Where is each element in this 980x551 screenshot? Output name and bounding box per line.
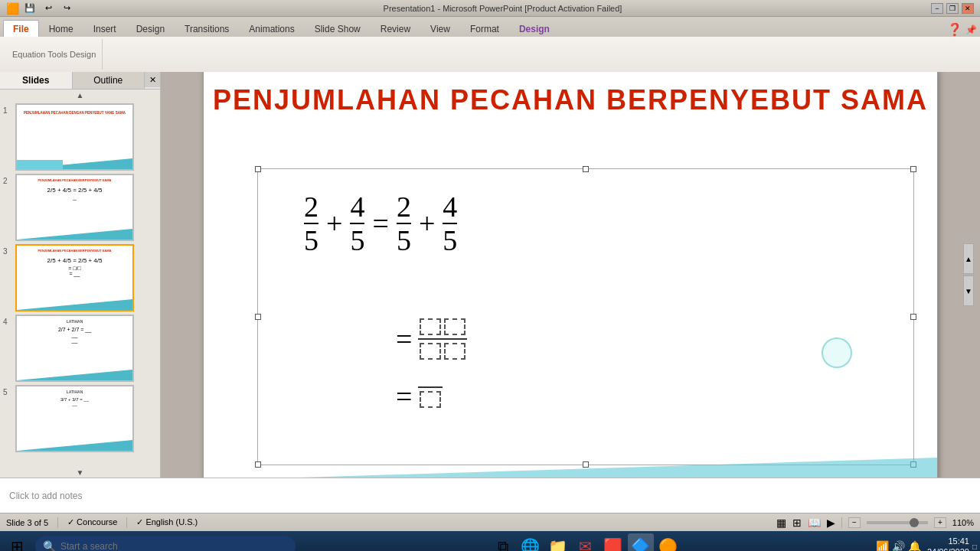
panel-tab-outline[interactable]: Outline	[73, 72, 145, 89]
panel-tab-slides[interactable]: Slides	[0, 72, 73, 89]
slide4-eq: 2/7 + 2/7 = __	[20, 327, 129, 332]
panel-scroll-up[interactable]: ▲	[75, 90, 86, 100]
canvas-area: ▲ ▼ PENJUMLAHAN PECAHAN BERPENYEBUT SAMA	[161, 72, 980, 478]
slide-thumb-3[interactable]: 3 PENJUMLAHAN PECAHAN BERPENYEBUT SAMA 2…	[3, 244, 157, 311]
frac4-den: 5	[443, 226, 457, 255]
slide5-eq2: __	[20, 402, 129, 406]
start-button[interactable]: ⊞	[3, 533, 31, 551]
ribbon-help[interactable]: ❓	[947, 22, 962, 37]
slide-canvas[interactable]: PENJUMLAHAN PECAHAN BERPENYEBUT SAMA 2	[203, 72, 938, 478]
restore-button[interactable]: ❐	[946, 3, 959, 14]
slide-num-2: 2	[3, 177, 12, 185]
notes-area[interactable]: Click to add notes	[0, 478, 980, 513]
slide-thumb-5[interactable]: 5 LATIHAN 3/7 + 3/7 = __ __	[3, 385, 157, 452]
slide2-title: PENJUMLAHAN PECAHAN BERPENYEBUT SAMA	[20, 178, 129, 182]
slide-thumb-4[interactable]: 4 LATIHAN 2/7 + 2/7 = __ __ __	[3, 315, 157, 382]
slide-thumb-2[interactable]: 2 PENJUMLAHAN PECAHAN BERPENYEBUT SAMA 2…	[3, 174, 157, 241]
step2-equals: =	[396, 380, 412, 413]
tab-view[interactable]: View	[420, 20, 460, 37]
slide4-eq3: __	[20, 337, 129, 343]
tab-home[interactable]: Home	[39, 20, 83, 37]
slide3-step2: = __	[20, 271, 129, 276]
taskbar-system-tray: 📶 🔊 🔔 15:41 24/06/2020 □	[873, 536, 977, 551]
slide-preview-2[interactable]: PENJUMLAHAN PECAHAN BERPENYEBUT SAMA 2/5…	[15, 174, 134, 241]
slide3-title: PENJUMLAHAN PECAHAN BERPENYEBUT SAMA	[20, 249, 129, 253]
slide-num-3: 3	[3, 247, 12, 256]
taskbar-app-powerpoint2[interactable]: 🟠	[655, 533, 681, 551]
zoom-thumb[interactable]	[910, 518, 919, 527]
tab-file[interactable]: File	[3, 20, 39, 37]
slide-num-1: 1	[3, 106, 12, 115]
slide-preview-1[interactable]: PENJUMLAHAN PECAHAN DENGAN PENYEBUT YANG…	[15, 103, 134, 171]
tab-insert[interactable]: Insert	[83, 20, 126, 37]
zoom-slider[interactable]	[867, 521, 928, 524]
zoom-level: 110%	[952, 518, 974, 527]
time-display: 15:41	[927, 536, 969, 546]
view-reading[interactable]: 📖	[808, 517, 821, 529]
titlebar-controls: − ❐ ✕	[931, 3, 974, 14]
slide2-eq2: _	[20, 194, 129, 201]
tab-animations[interactable]: Animations	[239, 20, 304, 37]
close-button[interactable]: ✕	[962, 3, 974, 14]
view-slide-sorter[interactable]: ⊞	[792, 517, 802, 529]
slide-preview-3[interactable]: PENJUMLAHAN PECAHAN BERPENYEBUT SAMA 2/5…	[15, 244, 134, 311]
view-normal[interactable]: ▦	[776, 517, 786, 529]
taskbar-app-mail[interactable]: ✉	[573, 533, 599, 551]
check-icon: ✓	[136, 517, 143, 527]
minimize-button[interactable]: −	[931, 3, 943, 14]
canvas-scroll-up[interactable]: ▲	[963, 243, 974, 274]
zoom-in-btn[interactable]: +	[934, 517, 946, 528]
ribbon-group-basic: Equation Tools Design	[6, 39, 103, 70]
tab-design2[interactable]: Design	[509, 20, 560, 37]
slides-list: 1 PENJUMLAHAN PECAHAN DENGAN PENYEBUT YA…	[0, 100, 160, 467]
tab-transitions[interactable]: Transitions	[175, 20, 239, 37]
slide-preview-5[interactable]: LATIHAN 3/7 + 3/7 = __ __	[15, 385, 134, 452]
close-panel-button[interactable]: ✕	[145, 72, 160, 87]
slide-count: Slide 3 of 5	[6, 518, 48, 527]
slide-thumb-1[interactable]: 1 PENJUMLAHAN PECAHAN DENGAN PENYEBUT YA…	[3, 103, 157, 171]
slide-main-title: PENJUMLAHAN PECAHAN BERPENYEBUT SAMA	[204, 84, 937, 116]
tab-design[interactable]: Design	[126, 20, 175, 37]
volume-icon[interactable]: 🔊	[892, 540, 905, 551]
panel-scroll-down[interactable]: ▼	[75, 467, 86, 478]
slide3-step: = □/□	[20, 266, 129, 271]
slide-preview-4[interactable]: LATIHAN 2/7 + 2/7 = __ __ __	[15, 315, 134, 382]
taskbar-search-input[interactable]	[60, 541, 288, 551]
taskbar-app-explorer[interactable]: 📁	[545, 533, 571, 551]
fraction-1: 2 5	[304, 192, 318, 255]
titlebar-left: 🟧 💾 ↩ ↪	[6, 1, 74, 16]
qa-save[interactable]: 💾	[22, 1, 38, 16]
taskbar-app-edge[interactable]: 🌐	[518, 533, 544, 551]
content-selection-box[interactable]: 2 5 + 4 5 = 2	[257, 168, 914, 465]
taskbar-app-pp[interactable]: 🟥	[600, 533, 626, 551]
taskbar-search-bar[interactable]: 🔍	[35, 536, 296, 551]
language-label: ✓ English (U.S.)	[136, 517, 198, 527]
tab-slideshow[interactable]: Slide Show	[305, 20, 371, 37]
ribbon-pin[interactable]: 📌	[965, 24, 977, 35]
zoom-out-btn[interactable]: −	[848, 517, 861, 528]
canvas-scroll-down[interactable]: ▼	[963, 276, 974, 306]
tab-format[interactable]: Format	[460, 20, 509, 37]
statusbar-left: Slide 3 of 5 ✓ Concourse ✓ English (U.S.…	[6, 517, 767, 528]
notification-icon[interactable]: 🔔	[908, 540, 921, 551]
show-desktop[interactable]: □	[972, 543, 977, 551]
slide3-bar	[17, 299, 132, 310]
system-clock[interactable]: 15:41 24/06/2020	[927, 536, 969, 551]
step-equation-2: =	[396, 380, 443, 413]
view-slideshow[interactable]: ▶	[827, 517, 835, 529]
step1-equals: =	[396, 322, 412, 356]
network-icon[interactable]: 📶	[876, 540, 889, 551]
date-display: 24/06/2020	[927, 546, 969, 551]
step2-line	[418, 386, 443, 388]
frac4-num: 4	[443, 192, 457, 221]
tab-review[interactable]: Review	[371, 20, 420, 37]
taskbar-app-taskview[interactable]: ⧉	[490, 533, 516, 551]
slide-decoration	[202, 458, 937, 478]
qa-undo[interactable]: ↩	[41, 1, 56, 16]
taskbar-app-teams[interactable]: 🔷	[628, 533, 654, 551]
main-equation: 2 5 + 4 5 = 2	[304, 192, 457, 255]
step1-line	[418, 338, 467, 340]
qa-redo[interactable]: ↪	[59, 1, 74, 16]
taskbar: ⊞ 🔍 ⧉ 🌐 📁 ✉ 🟥 🔷 🟠 📶 🔊 🔔 15:41 24/06/2020…	[0, 531, 980, 551]
frac1-num: 2	[304, 192, 318, 221]
